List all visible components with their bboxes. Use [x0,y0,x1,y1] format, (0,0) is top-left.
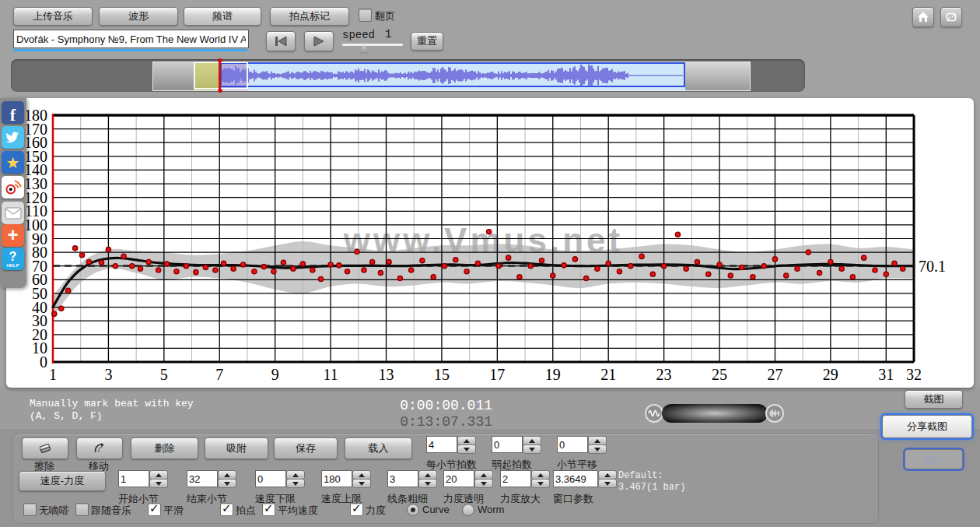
radio-curve-label: Curve [422,504,450,515]
fullscreen-button[interactable] [940,7,962,27]
spinner-down-button[interactable] [588,444,607,454]
beat-dot [562,263,566,268]
beat-dot [138,266,142,271]
param-spinner-7-input[interactable] [553,470,598,487]
ioi-button[interactable]: IOI+ [905,449,963,469]
beat-dot [174,269,179,274]
checkbox-1[interactable] [75,503,89,516]
speed-slider-track[interactable] [342,44,403,46]
beat-dot [728,273,733,278]
beat-dot [572,257,577,262]
beat-dot [72,246,77,251]
spinner-down-button[interactable] [523,444,541,454]
x-tick-label: 25 [712,366,727,383]
spinner-down-button[interactable] [218,479,236,488]
upload-music-button[interactable]: 上传音乐 [13,7,93,26]
spinner-down-button[interactable] [598,479,617,488]
beat-spinner-2-input[interactable] [557,436,588,453]
facebook-icon[interactable]: f [2,101,24,124]
beat-spinner-0-input[interactable] [426,436,457,453]
page-turn-checkbox[interactable] [359,9,372,22]
speed-velocity-mode-button[interactable]: 速度-力度 [19,471,106,491]
waveform-audio-border [220,62,685,87]
waveform-selection-box[interactable] [194,61,248,90]
spinner-down-button[interactable] [418,479,437,488]
twitter-icon[interactable] [2,126,24,149]
spinner-down-button[interactable] [531,479,550,488]
mail-icon[interactable] [2,202,24,224]
beat-dot [378,270,383,275]
waveform-overview[interactable] [11,59,805,92]
checkbox-1-label: 跟随音乐 [91,504,131,518]
spinner-down-button[interactable] [149,479,168,488]
skip-start-button[interactable] [266,31,296,51]
beat-dot [628,264,633,269]
share-screenshot-button[interactable]: 分享截图 [882,415,972,438]
beat-dot [130,264,135,269]
radio-worm[interactable] [462,504,474,516]
beat-dot [617,269,621,274]
watermark: www.Vmus.net [343,221,623,259]
beat-dot [310,268,315,272]
param-spinner-3-input[interactable] [321,470,352,487]
spinner-down-button[interactable] [474,479,493,488]
beat-dot [464,269,469,274]
playhead[interactable] [219,59,221,92]
home-button[interactable] [912,7,934,27]
param-spinner-1-input[interactable] [187,470,218,487]
qzone-icon[interactable]: ★ [2,151,24,174]
move-button[interactable] [76,437,123,459]
waveform-strip[interactable] [152,61,751,91]
beat-dot [291,266,296,271]
x-tick-label: 15 [434,366,450,383]
volume-max-button[interactable] [765,404,784,423]
save-button[interactable]: 保存 [274,437,338,459]
beat-mark-button[interactable]: 拍点标记 [270,7,349,26]
share-plus-icon[interactable]: + [2,224,24,247]
erase-button[interactable] [22,437,68,459]
beat-dot [839,266,844,271]
param-spinner-5-input[interactable] [443,470,474,487]
param-spinner-0-input[interactable] [118,470,149,487]
x-tick-label: 5 [160,366,168,383]
param-spinner-2-input[interactable] [255,470,286,487]
spectrum-tab-button[interactable]: 频谱 [184,7,261,26]
beat-dot [194,270,198,275]
checkbox-2[interactable]: ✓ [148,503,161,516]
play-button[interactable] [304,31,334,51]
x-tick-label: 3 [104,366,112,383]
snap-button[interactable]: 吸附 [205,437,268,459]
beat-dot [337,263,341,268]
beat-spinner-1-input[interactable] [492,436,523,453]
checkbox-5[interactable]: ✓ [350,503,363,516]
beat-dot [695,259,699,264]
y-tick-label: 180 [24,107,47,124]
param-spinner-4-input[interactable] [387,470,418,487]
reset-speed-button[interactable]: 重置 [411,32,443,51]
weibo-icon[interactable] [2,176,24,199]
checkbox-3[interactable]: ✓ [220,503,233,516]
checkbox-4[interactable]: ✓ [262,503,275,516]
spinner-down-button[interactable] [457,444,476,454]
beat-dot [146,259,151,264]
beat-dot [901,266,905,271]
checkbox-0[interactable] [23,503,37,516]
screenshot-button[interactable]: 截图 [905,390,963,409]
song-title-input[interactable] [13,30,249,48]
beat-dot [517,275,522,279]
waveform-tab-button[interactable]: 波形 [99,7,178,26]
spinner-down-button[interactable] [352,479,371,488]
beat-dot [420,258,425,263]
volume-slider[interactable] [662,404,768,423]
help-icon[interactable]: ?HELP [2,248,24,270]
volume-min-button[interactable] [645,404,663,423]
beat-dot [271,269,276,274]
delete-button[interactable]: 删除 [131,437,198,459]
radio-curve[interactable] [407,504,419,516]
tempo-chart[interactable]: www.Vmus.net0102030405060708090100110120… [6,98,974,388]
param-spinner-6-input[interactable] [500,470,531,487]
load-button[interactable]: 载入 [345,437,412,459]
spinner-down-button[interactable] [286,479,305,488]
beat-dot [241,262,246,267]
page-turn-label: 翻页 [375,9,395,23]
